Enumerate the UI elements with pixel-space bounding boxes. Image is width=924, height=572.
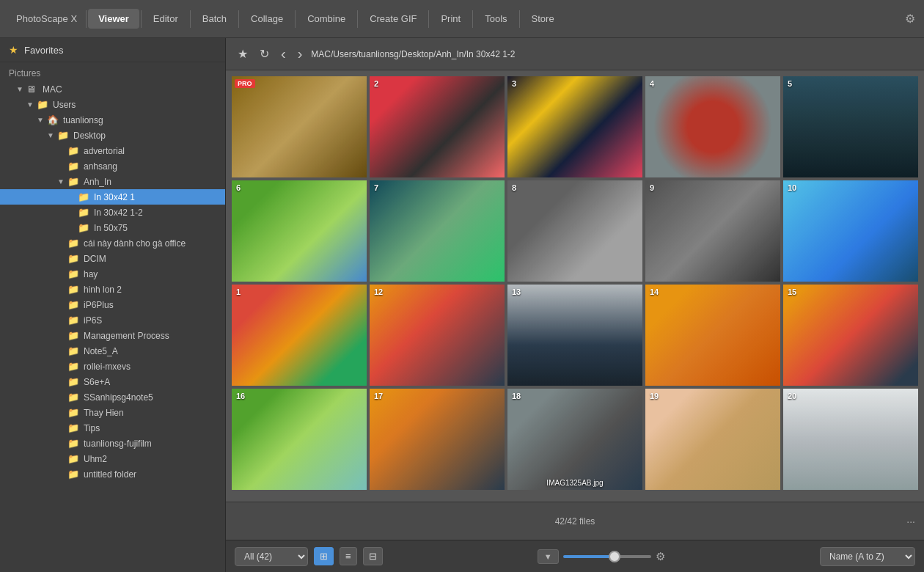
nav-batch[interactable]: Batch xyxy=(192,9,237,29)
star-button[interactable]: ★ xyxy=(235,45,251,62)
zoom-slider[interactable] xyxy=(563,555,651,558)
sidebar: ★ Favorites Pictures ▼ 🖥 MAC ▼ 📁 Users ▼… xyxy=(0,38,226,572)
tree-item-dcim[interactable]: 📁 DCIM xyxy=(0,251,225,266)
photo-cell-13[interactable]: 13 xyxy=(507,285,642,386)
view-detail-button[interactable]: ⊟ xyxy=(363,547,383,565)
tree-label-tips: Tips xyxy=(84,423,100,433)
refresh-button[interactable]: ↻ xyxy=(257,45,272,62)
photo-cell-1[interactable]: PRO xyxy=(232,76,367,177)
photo-cell-17[interactable]: 17 xyxy=(370,389,505,490)
tree-item-cainay[interactable]: 📁 cái này dành cho gà office xyxy=(0,235,225,251)
tree-item-untitled[interactable]: 📁 untitled folder xyxy=(0,466,225,482)
photo-cell-18[interactable]: 18IMAG1325AB.jpg xyxy=(507,389,642,490)
chevron-down-icon[interactable]: ▼ xyxy=(538,549,559,564)
tree-label-anhsang: anhsang xyxy=(84,161,117,172)
tree-item-ssanh[interactable]: 📁 SSanhipsg4note5 xyxy=(0,389,225,405)
photo-num-20: 20 xyxy=(788,392,796,400)
tree-item-hay[interactable]: 📁 hay xyxy=(0,266,225,282)
photo-cell-2[interactable]: 2 xyxy=(370,76,505,177)
tree-item-mgmt[interactable]: 📁 Management Process xyxy=(0,328,225,343)
photo-overlay-18 xyxy=(507,389,642,490)
photo-cell-9[interactable]: 9 xyxy=(645,180,780,282)
tree-item-in50x75[interactable]: 📁 In 50x75 xyxy=(0,220,225,235)
photo-num-18: 18 xyxy=(512,392,521,400)
tree-item-tuanlionsg[interactable]: ▼ 🏠 tuanlionsg xyxy=(0,112,225,128)
photo-overlay-5 xyxy=(783,76,918,177)
tree-label-anh-in: Anh_In xyxy=(84,177,111,187)
photo-num-15: 15 xyxy=(788,287,796,296)
nav-editor[interactable]: Editor xyxy=(143,9,188,29)
photo-overlay-14 xyxy=(645,285,780,386)
tree-item-thayhien[interactable]: 📁 Thay Hien xyxy=(0,405,225,420)
nav-combine[interactable]: Combine xyxy=(297,9,356,29)
nav-divider-8 xyxy=(472,10,473,28)
more-options-icon[interactable]: ··· xyxy=(906,516,915,527)
gear-settings-icon[interactable]: ⚙ xyxy=(656,550,665,563)
nav-divider-4 xyxy=(238,10,239,28)
tree-item-in30x42-1[interactable]: 📁 In 30x42 1 xyxy=(0,189,225,205)
tree-item-tuanfuji[interactable]: 📁 tuanlionsg-fujifilm xyxy=(0,436,225,451)
nav-print[interactable]: Print xyxy=(430,9,471,29)
photo-cell-11[interactable]: 1 xyxy=(232,285,367,386)
photo-num-10: 10 xyxy=(788,183,796,192)
photo-cell-6[interactable]: 6 xyxy=(232,180,367,282)
nav-collage[interactable]: Collage xyxy=(241,9,293,29)
back-button[interactable]: ‹ xyxy=(278,44,289,64)
chevron-anh-in: ▼ xyxy=(57,177,67,186)
photo-cell-7[interactable]: 7 xyxy=(370,180,505,282)
tree-item-note5a[interactable]: 📁 Note5_A xyxy=(0,343,225,359)
tree-item-rollei[interactable]: 📁 rollei-mxevs xyxy=(0,359,225,374)
tree-item-users[interactable]: ▼ 📁 Users xyxy=(0,97,225,112)
photo-num-8: 8 xyxy=(512,183,516,192)
address-bar: ★ ↻ ‹ › MAC/Users/tuanlionsg/Desktop/Anh… xyxy=(226,38,924,70)
nav-divider-9 xyxy=(519,10,520,28)
photo-cell-20[interactable]: 20 xyxy=(783,389,918,490)
tree-item-uhm2[interactable]: 📁 Uhm2 xyxy=(0,451,225,466)
tree-label-ip6plus: iP6Plus xyxy=(84,300,114,310)
chevron-desktop: ▼ xyxy=(47,131,57,139)
photo-cell-12[interactable]: 12 xyxy=(370,285,505,386)
nav-viewer[interactable]: Viewer xyxy=(88,9,139,29)
tree-item-s6ea[interactable]: 📁 S6e+A xyxy=(0,374,225,389)
photo-label-18: IMAG1325AB.jpg xyxy=(507,479,642,487)
tree-label-uhm2: Uhm2 xyxy=(84,454,107,464)
toolbar-bottom: All (42) Images Videos RAW ⊞ ≡ ⊟ ▼ ⚙ Nam… xyxy=(226,540,924,572)
photo-num-6: 6 xyxy=(236,183,241,192)
tree-item-ip6s[interactable]: 📁 iP6S xyxy=(0,312,225,328)
nav-create-gif[interactable]: Create GIF xyxy=(359,9,427,29)
tree-item-desktop[interactable]: ▼ 📁 Desktop xyxy=(0,128,225,143)
tree-item-tips[interactable]: 📁 Tips xyxy=(0,420,225,436)
view-grid-button[interactable]: ⊞ xyxy=(314,547,334,565)
tree-item-hinh-lon[interactable]: 📁 hinh lon 2 xyxy=(0,282,225,297)
tree-item-ip6plus[interactable]: 📁 iP6Plus xyxy=(0,297,225,312)
nav-tools[interactable]: Tools xyxy=(474,9,517,29)
photo-cell-8[interactable]: 8 xyxy=(507,180,642,282)
favorites-item[interactable]: ★ Favorites xyxy=(0,38,225,62)
view-list-button[interactable]: ≡ xyxy=(340,547,357,565)
photo-cell-14[interactable]: 14 xyxy=(645,285,780,386)
nav-store[interactable]: Store xyxy=(521,9,565,29)
tree-item-anhsang[interactable]: 📁 anhsang xyxy=(0,158,225,174)
photo-num-7: 7 xyxy=(374,183,378,192)
forward-button[interactable]: › xyxy=(295,44,306,64)
tree-item-anh-in[interactable]: ▼ 📁 Anh_In xyxy=(0,174,225,189)
file-count: 42/42 files xyxy=(555,516,595,527)
tree-item-mac[interactable]: ▼ 🖥 MAC xyxy=(0,81,225,97)
photo-cell-5[interactable]: 5 xyxy=(783,76,918,177)
photo-cell-10[interactable]: 10 xyxy=(783,180,918,282)
settings-icon[interactable]: ⚙ xyxy=(905,12,915,26)
slider-container: ▼ ⚙ xyxy=(389,549,814,564)
photo-cell-16[interactable]: 16 xyxy=(232,389,367,490)
photo-overlay-19 xyxy=(645,389,780,490)
photo-cell-4[interactable]: 4 xyxy=(645,76,780,177)
photo-overlay-4 xyxy=(645,76,780,177)
tree-item-advertorial[interactable]: 📁 advertorial xyxy=(0,143,225,158)
photo-cell-19[interactable]: 19 xyxy=(645,389,780,490)
photo-overlay-10 xyxy=(783,180,918,282)
photo-cell-3[interactable]: 3 xyxy=(507,76,642,177)
tree-item-in30x42-12[interactable]: 📁 In 30x42 1-2 xyxy=(0,205,225,220)
photo-cell-15[interactable]: 15 xyxy=(783,285,918,386)
sort-select[interactable]: Name (A to Z) Name (Z to A) Date (Newest… xyxy=(820,547,915,566)
photo-num-9: 9 xyxy=(650,183,654,192)
filter-select[interactable]: All (42) Images Videos RAW xyxy=(235,547,308,566)
